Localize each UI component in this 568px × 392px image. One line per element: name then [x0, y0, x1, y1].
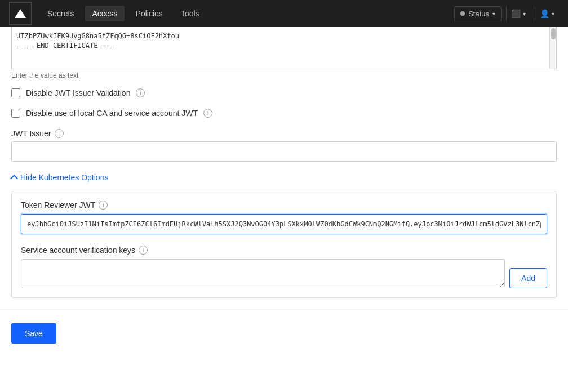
terminal-button[interactable]: ⬛ ▾	[506, 6, 530, 21]
token-reviewer-section: Token Reviewer JWT i	[21, 201, 547, 234]
content-area: UTZbPZUwkIFK9UvgG8na5fZFqQG+8sCiOF2hXfou…	[0, 27, 568, 355]
terminal-chevron-icon: ▾	[523, 11, 526, 17]
section-divider	[0, 309, 568, 310]
save-button[interactable]: Save	[11, 323, 56, 344]
certificate-textarea-container: UTZbPZUwkIFK9UvgG8na5fZFqQG+8sCiOF2hXfou…	[11, 27, 557, 69]
scrollbar[interactable]	[549, 27, 556, 69]
token-reviewer-jwt-input[interactable]	[21, 214, 547, 234]
jwt-issuer-section: JWT Issuer i	[11, 129, 557, 162]
nav-item-access[interactable]: Access	[85, 6, 124, 21]
hide-kubernetes-options-link[interactable]: Hide Kubernetes Options	[11, 173, 557, 182]
disable-local-ca-info-icon[interactable]: i	[203, 109, 212, 118]
cert-hint-text: Enter the value as text	[11, 72, 557, 79]
nav-item-tools[interactable]: Tools	[174, 6, 206, 21]
status-label: Status	[468, 10, 489, 18]
service-account-keys-info-icon[interactable]: i	[139, 246, 148, 255]
user-icon: 👤	[540, 9, 549, 18]
vault-logo-triangle	[15, 9, 26, 18]
token-reviewer-info-icon[interactable]: i	[99, 201, 108, 210]
disable-jwt-issuer-row: Disable JWT Issuer Validation i	[11, 88, 557, 97]
vault-logo[interactable]	[9, 2, 32, 25]
disable-jwt-issuer-info-icon[interactable]: i	[136, 88, 145, 97]
service-account-keys-label: Service account verification keys i	[21, 246, 547, 255]
disable-jwt-issuer-label: Disable JWT Issuer Validation	[26, 88, 130, 97]
service-account-keys-textarea[interactable]	[21, 259, 505, 288]
disable-jwt-issuer-checkbox[interactable]	[11, 88, 20, 97]
user-button[interactable]: 👤 ▾	[535, 6, 559, 21]
status-dot-icon	[460, 11, 465, 16]
status-button[interactable]: Status ▾	[454, 6, 502, 21]
disable-local-ca-label: Disable use of local CA and service acco…	[26, 109, 198, 118]
jwt-issuer-info-icon[interactable]: i	[55, 129, 64, 138]
certificate-textarea[interactable]: UTZbPZUwkIFK9UvgG8na5fZFqQG+8sCiOF2hXfou…	[12, 27, 556, 66]
disable-local-ca-checkbox[interactable]	[11, 109, 20, 118]
jwt-issuer-input[interactable]	[11, 141, 557, 162]
main-content: UTZbPZUwkIFK9UvgG8na5fZFqQG+8sCiOF2hXfou…	[0, 27, 568, 392]
status-chevron-icon: ▾	[492, 11, 495, 17]
terminal-icon: ⬛	[511, 9, 521, 18]
user-chevron-icon: ▾	[552, 11, 554, 17]
disable-local-ca-row: Disable use of local CA and service acco…	[11, 109, 557, 118]
add-service-key-button[interactable]: Add	[509, 268, 547, 288]
hide-k8s-label: Hide Kubernetes Options	[20, 173, 108, 182]
nav-item-secrets[interactable]: Secrets	[41, 6, 81, 21]
nav-item-policies[interactable]: Policies	[129, 6, 170, 21]
scrollbar-thumb	[551, 28, 556, 39]
jwt-issuer-label: JWT Issuer i	[11, 129, 557, 138]
service-account-keys-section: Service account verification keys i Add	[21, 246, 547, 288]
service-account-keys-input-row: Add	[21, 259, 547, 288]
chevron-up-icon	[10, 175, 18, 182]
top-navigation: Secrets Access Policies Tools Status ▾ ⬛…	[0, 0, 568, 27]
kubernetes-options-box: Token Reviewer JWT i Service account ver…	[11, 191, 557, 298]
token-reviewer-jwt-label: Token Reviewer JWT i	[21, 201, 547, 210]
